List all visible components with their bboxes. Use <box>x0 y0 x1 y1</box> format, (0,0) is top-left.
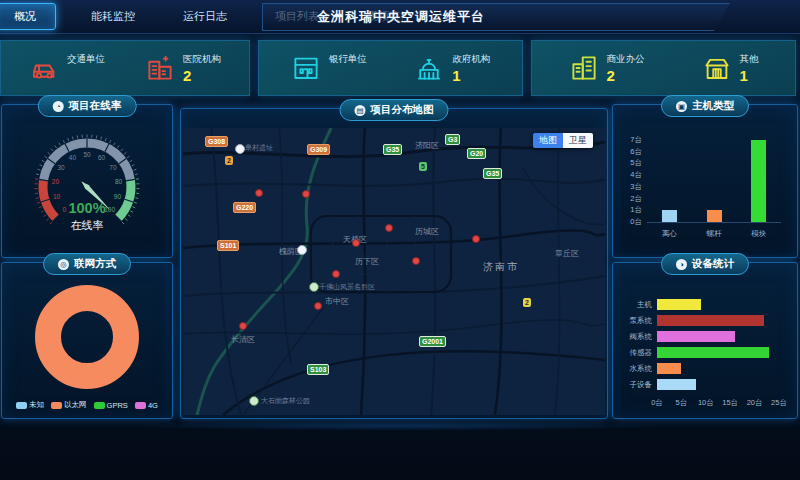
satellite-layer-button[interactable]: 卫星 <box>563 133 593 148</box>
category-label: 阀系统 <box>617 332 652 342</box>
bar-2 <box>657 331 735 342</box>
stat-value <box>329 67 367 84</box>
gauge-part <box>134 169 137 170</box>
road-shield: S103 <box>307 364 329 375</box>
nav-tab[interactable]: 运行日志 <box>170 3 240 30</box>
gauge-part <box>72 137 73 140</box>
map-place-label: 历城区 <box>415 226 439 237</box>
legend-item[interactable]: 以太网 <box>51 400 87 410</box>
cluster-marker[interactable]: 5 <box>419 162 427 171</box>
legend-item[interactable]: 4G <box>135 401 158 410</box>
project-marker[interactable] <box>239 322 247 330</box>
stat-value: 1 <box>452 67 490 84</box>
stat-label: 银行单位 <box>329 53 367 66</box>
legend-item[interactable]: GPRS <box>94 401 128 410</box>
gauge-part <box>42 160 45 162</box>
page-title: 金洲科瑞中央空调运维平台 <box>271 4 531 29</box>
cluster-marker[interactable]: 2 <box>225 156 233 165</box>
map-place-label: 章丘区 <box>555 248 579 259</box>
panel-project-map: ▤ 项目分布地图 <box>180 108 608 419</box>
app-title-box: 金洲科瑞中央空调运维平台 <box>262 3 730 31</box>
stat-value: 1 <box>740 67 759 84</box>
gauge-part <box>44 215 46 217</box>
bank-icon <box>291 53 321 83</box>
network-donut-chart <box>35 285 139 389</box>
panel-host-header: ▣ 主机类型 <box>661 95 749 117</box>
panel-map-header: ▤ 项目分布地图 <box>340 99 449 121</box>
x-axis-label: 10台 <box>696 398 716 408</box>
car-icon <box>29 53 59 83</box>
gauge-part <box>50 222 52 224</box>
panel-online-rate-header: ◔ 项目在线率 <box>38 95 137 117</box>
house-icon <box>702 53 732 83</box>
project-marker[interactable] <box>302 190 310 198</box>
gauge-part <box>59 143 61 146</box>
panel-map-title: 项目分布地图 <box>371 103 434 117</box>
gauge-part <box>37 202 40 203</box>
host-icon: ▣ <box>676 101 687 112</box>
stat-label: 政府机构 <box>452 53 490 66</box>
road-shield: G35 <box>383 144 402 155</box>
gauge-part <box>125 219 127 221</box>
map-layer-button[interactable]: 地图 <box>533 133 563 148</box>
road-shield: G2001 <box>419 336 446 347</box>
gauge-part <box>128 215 130 217</box>
stat-text: 商业办公2 <box>607 53 645 84</box>
stat-value: 2 <box>183 67 221 84</box>
gauge-part <box>85 185 90 190</box>
map-layer-toggle: 地图卫星 <box>533 133 593 148</box>
dashboard-screen: 概况能耗监控运行日志项目列表视频监控 金洲科瑞中央空调运维平台 交通单位医院机构… <box>0 0 800 480</box>
category-label: 子设备 <box>617 380 652 390</box>
gauge-part <box>135 198 138 199</box>
nav-tab[interactable]: 概况 <box>0 3 56 30</box>
map-poi-marker[interactable] <box>309 282 319 292</box>
stat-cards-row: 交通单位医院机构2银行单位政府机构1商业办公2其他1 <box>0 40 796 96</box>
project-marker[interactable] <box>412 257 420 265</box>
stat-label: 交通单位 <box>67 53 105 66</box>
stat-value: 2 <box>607 67 645 84</box>
map-poi-marker[interactable] <box>249 396 259 406</box>
project-marker[interactable] <box>332 270 340 278</box>
gauge-part: 50 <box>83 151 91 158</box>
legend-label: 未知 <box>29 400 44 410</box>
bar-1 <box>707 210 722 222</box>
gauge-part: 0 <box>63 206 67 213</box>
nav-tab[interactable]: 能耗监控 <box>78 3 148 30</box>
bar-5 <box>657 379 696 390</box>
map-poi-marker[interactable] <box>235 144 245 154</box>
y-axis-label: 1台 <box>617 205 642 215</box>
project-marker[interactable] <box>255 189 263 197</box>
x-axis-line <box>647 222 781 223</box>
gauge-part <box>55 146 57 148</box>
top-navbar: 概况能耗监控运行日志项目列表视频监控 金洲科瑞中央空调运维平台 <box>0 0 800 34</box>
gauge-part <box>114 143 116 146</box>
gauge-part <box>130 160 133 162</box>
gauge-part <box>132 165 135 166</box>
office-buildings-icon <box>569 53 599 83</box>
map-icon: ▤ <box>355 105 366 116</box>
hospital-icon <box>145 53 175 83</box>
device-stats-chart: 主机泵系统阀系统传感器水系统子设备0台5台10台15台20台25台 <box>617 291 793 413</box>
stat-text: 医院机构2 <box>183 53 221 84</box>
project-marker[interactable] <box>472 235 480 243</box>
road-shield: G3 <box>445 134 460 145</box>
gauge-part <box>45 156 47 158</box>
network-icon: ◎ <box>58 259 69 270</box>
project-marker[interactable] <box>352 239 360 247</box>
project-marker[interactable] <box>385 224 393 232</box>
panel-network-type: ◎ 联网方式 未知以太网GPRS4G <box>1 262 173 419</box>
link-icon: ◔ <box>53 101 64 112</box>
project-marker[interactable] <box>314 302 322 310</box>
map-overlay: G308G309G220S101G3G20G35G35G2001S103济南市槐… <box>183 128 605 415</box>
stat-card: 银行单位政府机构1 <box>258 40 523 96</box>
legend-item[interactable]: 未知 <box>16 400 44 410</box>
gauge-part <box>47 219 49 221</box>
map-place-label: 历下区 <box>355 256 379 267</box>
map-canvas[interactable]: G308G309G220S101G3G20G35G35G2001S103济南市槐… <box>183 128 605 415</box>
gauge-part: 90 <box>114 193 122 200</box>
category-label: 传感器 <box>617 348 652 358</box>
map-poi-marker[interactable] <box>297 245 307 255</box>
road-shield: G35 <box>483 168 502 179</box>
gauge-part <box>51 149 53 151</box>
cluster-marker[interactable]: 2 <box>523 298 531 307</box>
